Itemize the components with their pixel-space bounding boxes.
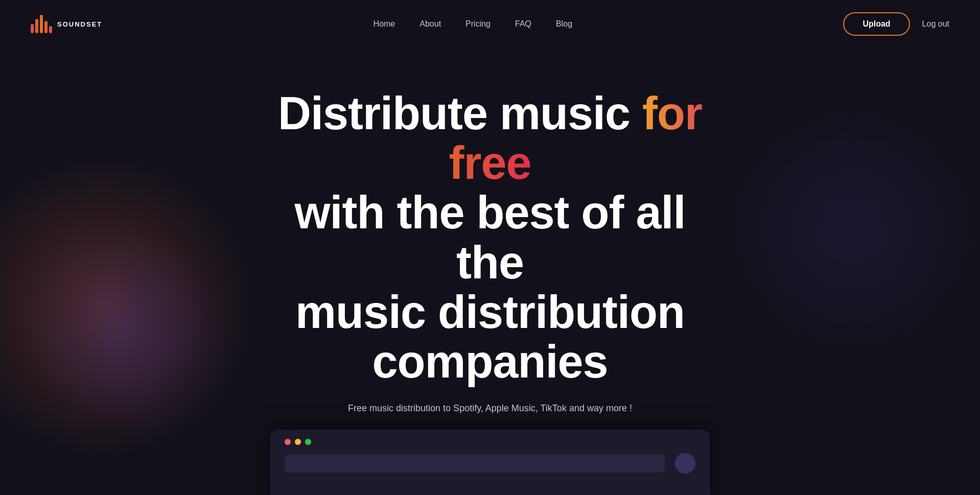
nav-link-about[interactable]: About: [419, 19, 441, 28]
navbar: SOUNDSET Home About Pricing FAQ Blog Upl…: [0, 0, 980, 48]
logo-bar-2: [35, 19, 38, 33]
hero-title: Distribute music for free with the best …: [260, 89, 720, 387]
minimize-dot: [295, 439, 301, 445]
close-dot: [285, 439, 291, 445]
hero-title-part2: with the best of all themusic distributi…: [294, 187, 685, 387]
hero-subtitle: Free music distribution to Spotify, Appl…: [348, 403, 632, 414]
nav-right: Upload Log out: [843, 12, 949, 36]
hero-title-part1: Distribute music: [278, 88, 642, 139]
app-mockup: [270, 430, 710, 495]
nav-item-home[interactable]: Home: [374, 19, 395, 29]
logout-button[interactable]: Log out: [922, 19, 949, 29]
nav-link-faq[interactable]: FAQ: [515, 19, 531, 28]
mockup-input-bar: [285, 454, 665, 473]
nav-item-blog[interactable]: Blog: [556, 19, 572, 29]
nav-links: Home About Pricing FAQ Blog: [374, 19, 572, 29]
upload-button[interactable]: Upload: [843, 12, 909, 36]
logo: SOUNDSET: [31, 15, 102, 33]
logo-bar-1: [31, 24, 34, 33]
nav-item-about[interactable]: About: [419, 19, 441, 29]
nav-item-faq[interactable]: FAQ: [515, 19, 531, 29]
mockup-avatar: [675, 453, 695, 474]
logo-bar-5: [49, 26, 52, 33]
page-wrapper: SOUNDSET Home About Pricing FAQ Blog Upl…: [0, 0, 980, 495]
mockup-window-controls: [285, 439, 695, 445]
nav-link-blog[interactable]: Blog: [556, 19, 572, 28]
maximize-dot: [305, 439, 311, 445]
hero-title-for: for: [642, 88, 702, 139]
logo-text: SOUNDSET: [57, 20, 102, 28]
logo-icon: [31, 15, 52, 33]
hero-section: Distribute music for free with the best …: [0, 48, 980, 495]
nav-link-pricing[interactable]: Pricing: [465, 19, 491, 28]
logo-bar-3: [40, 15, 43, 33]
nav-link-home[interactable]: Home: [374, 19, 395, 28]
mockup-content-area: [285, 453, 695, 474]
logo-bar-4: [44, 21, 48, 33]
nav-item-pricing[interactable]: Pricing: [465, 19, 491, 29]
hero-title-free: free: [449, 137, 531, 188]
